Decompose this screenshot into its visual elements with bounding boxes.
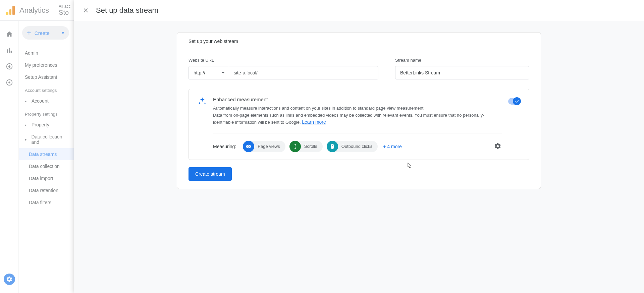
all-accounts-text: All acc bbox=[59, 4, 70, 9]
sidebar-item-account[interactable]: ▸Account bbox=[19, 95, 74, 107]
sidebar-item-setup-assistant[interactable]: Setup Assistant bbox=[19, 71, 74, 83]
gear-icon[interactable] bbox=[494, 142, 502, 151]
data-stream-modal: Set up data stream Set up your web strea… bbox=[74, 0, 644, 293]
chevron-down-icon: ▾ bbox=[62, 30, 64, 36]
pill-scrolls: Scrolls bbox=[289, 141, 323, 152]
sparkle-icon bbox=[198, 97, 207, 106]
create-label: Create bbox=[35, 30, 50, 36]
protocol-select[interactable]: http:// bbox=[189, 66, 229, 79]
sidebar-section-account: Account settings bbox=[19, 83, 74, 95]
sidebar-item-data-import[interactable]: Data import bbox=[19, 172, 74, 184]
learn-more-link[interactable]: Learn more bbox=[302, 119, 326, 125]
sidebar-item-admin[interactable]: Admin bbox=[19, 47, 74, 59]
website-url-label: Website URL bbox=[189, 58, 378, 63]
nav-rail bbox=[0, 21, 19, 293]
account-switcher[interactable]: All acc Sto bbox=[59, 4, 70, 16]
caret-right-icon: ▸ bbox=[25, 99, 28, 103]
sidebar-item-data-retention[interactable]: Data retention bbox=[19, 184, 74, 196]
close-icon[interactable] bbox=[82, 6, 90, 14]
enhanced-measurement-box: Enhanced measurement Automatically measu… bbox=[189, 89, 529, 160]
caret-down-icon: ▾ bbox=[25, 138, 28, 141]
property-name: Sto bbox=[59, 9, 70, 16]
pill-page-views: Page views bbox=[243, 141, 285, 152]
create-button[interactable]: + Create ▾ bbox=[22, 26, 69, 40]
scroll-icon bbox=[289, 141, 301, 152]
ga-logo-icon bbox=[6, 6, 15, 15]
admin-gear-icon[interactable] bbox=[4, 274, 15, 285]
home-icon[interactable] bbox=[5, 30, 13, 38]
plus-icon: + bbox=[27, 28, 31, 37]
advertising-icon[interactable] bbox=[5, 78, 13, 86]
sidebar-item-property[interactable]: ▸Property bbox=[19, 119, 74, 131]
reports-icon[interactable] bbox=[5, 46, 13, 54]
more-pills-link[interactable]: + 4 more bbox=[383, 144, 402, 149]
enhanced-measurement-toggle[interactable] bbox=[508, 98, 520, 105]
enhanced-subtitle-bold: Automatically measure interactions and c… bbox=[213, 106, 502, 111]
website-url-input[interactable] bbox=[229, 66, 378, 79]
stream-name-input[interactable] bbox=[395, 66, 529, 79]
sidebar-item-my-preferences[interactable]: My preferences bbox=[19, 59, 74, 71]
sidebar-item-data-collection[interactable]: Data collection bbox=[19, 160, 74, 172]
mouse-icon bbox=[327, 141, 338, 152]
sidebar-item-data-collection-parent[interactable]: ▾Data collection and bbox=[19, 131, 74, 148]
eye-icon bbox=[243, 141, 254, 152]
svg-point-2 bbox=[8, 81, 10, 83]
explore-icon[interactable] bbox=[5, 62, 13, 70]
sidebar: + Create ▾ Admin My preferences Setup As… bbox=[19, 21, 74, 293]
enhanced-description: Data from on-page elements such as links… bbox=[213, 112, 502, 126]
caret-right-icon: ▸ bbox=[25, 123, 28, 127]
sidebar-item-data-filters[interactable]: Data filters bbox=[19, 196, 74, 209]
measuring-label: Measuring: bbox=[213, 144, 236, 149]
stream-name-label: Stream name bbox=[395, 58, 529, 63]
pill-outbound-clicks: Outbound clicks bbox=[327, 141, 378, 152]
modal-title: Set up data stream bbox=[96, 6, 158, 15]
card-header: Set up your web stream bbox=[177, 33, 541, 50]
product-name: Analytics bbox=[19, 6, 49, 15]
web-stream-card: Set up your web stream Website URL http:… bbox=[177, 32, 541, 189]
create-stream-button[interactable]: Create stream bbox=[189, 167, 232, 181]
sidebar-section-property: Property settings bbox=[19, 107, 74, 119]
enhanced-title: Enhanced measurement bbox=[213, 97, 502, 102]
sidebar-item-data-streams[interactable]: Data streams bbox=[19, 148, 74, 160]
